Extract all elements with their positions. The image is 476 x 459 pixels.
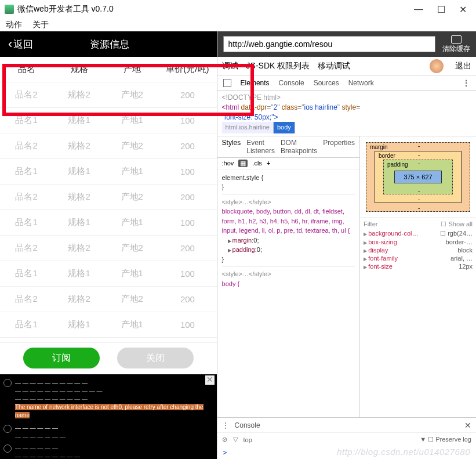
filter-icon[interactable]: ▽ xyxy=(233,436,238,443)
close-button[interactable]: ✕ xyxy=(459,4,467,15)
tab-sources[interactable]: Sources xyxy=(314,79,339,87)
maximize-button[interactable]: ☐ xyxy=(437,4,445,15)
tab-listeners[interactable]: Event Listeners xyxy=(246,139,275,155)
app-icon xyxy=(5,5,14,14)
tab-console[interactable]: Console xyxy=(279,79,304,87)
doctype-line: <!DOCTYPE html> xyxy=(222,93,471,103)
console-tab[interactable]: Console xyxy=(235,421,260,429)
tab-debug[interactable]: 调试 xyxy=(222,61,238,71)
url-input[interactable] xyxy=(223,36,435,52)
tab-mobile[interactable]: 移动调试 xyxy=(318,61,350,71)
console-toolbar: ⊘ ▽ top ▼ ☐ Preserve log xyxy=(217,432,476,446)
minimize-button[interactable]: — xyxy=(414,4,423,15)
close-button-sim[interactable]: 关闭 xyxy=(117,348,194,368)
crumb-html[interactable]: html.ios.hairline xyxy=(222,122,274,133)
tab-jssdk[interactable]: JS-SDK 权限列表 xyxy=(246,61,310,71)
computed-row[interactable]: font-familyarial, … xyxy=(364,254,473,262)
cls-toggle[interactable]: .cls xyxy=(252,160,262,167)
subscribe-button[interactable]: 订阅 xyxy=(23,348,100,368)
table-row[interactable]: 品名2规格2产地2200 xyxy=(0,133,217,159)
html-line3: "font-size: 50px;"> xyxy=(222,113,471,122)
button-row: 订阅 关闭 xyxy=(0,342,217,373)
computed-row[interactable]: font-size12px xyxy=(364,262,473,270)
window-title: 微信web开发者工具 v0.7.0 xyxy=(17,4,114,15)
style-tabs: Styles Event Listeners DOM Breakpoints P… xyxy=(217,136,359,158)
console-warning: The name of network interface is not eth… xyxy=(15,404,204,418)
table-row[interactable]: 品名1规格1产地1100 xyxy=(0,261,217,287)
table-row[interactable]: 品名1规格1产地1100 xyxy=(0,159,217,185)
table-row[interactable]: 品名2规格2产地2200 xyxy=(0,236,217,261)
top-tabs: 调试 JS-SDK 权限列表 移动调试 退出 xyxy=(217,57,476,75)
console-close-icon[interactable]: ✕ xyxy=(205,375,215,385)
hov-toggle[interactable]: :hov xyxy=(222,160,234,167)
computed-row[interactable]: displayblock xyxy=(364,246,473,254)
col-origin: 产地 xyxy=(106,64,158,75)
more-icon[interactable]: ⋮ xyxy=(463,79,470,87)
style-rules[interactable]: element.style { } <style>…</style> block… xyxy=(217,169,359,417)
menu-action[interactable]: 动作 xyxy=(6,20,22,30)
tab-logout[interactable]: 退出 xyxy=(455,61,471,71)
simulator-panel: ‹ 返回 资源信息 品名 规格 产地 单价(元/吨) 品名2规格2产地2200品… xyxy=(0,31,217,459)
console-drawer-tab: ⋮ Console ✕ xyxy=(217,417,476,432)
col-name: 品名 xyxy=(0,64,53,75)
table-row[interactable]: 品名2规格2产地2200 xyxy=(0,82,217,108)
table-row[interactable]: 品名1规格1产地1100 xyxy=(0,108,217,133)
sim-console: ✕ — — — — — — — — — — — — — — — — — — — … xyxy=(0,374,217,459)
styles-pane: Styles Event Listeners DOM Breakpoints P… xyxy=(217,136,360,417)
context-top[interactable]: top xyxy=(244,436,252,443)
computed-row[interactable]: background-col…☐ rgb(24… xyxy=(364,229,473,238)
page-title: 资源信息 xyxy=(11,38,208,51)
table-header: 品名 规格 产地 单价(元/吨) xyxy=(0,57,217,82)
showall-checkbox[interactable]: Show all xyxy=(448,221,473,227)
tab-network[interactable]: Network xyxy=(348,79,374,87)
tab-props[interactable]: Properties xyxy=(323,139,355,155)
clear-cache-button[interactable]: 清除缓存 xyxy=(442,35,470,53)
devtools-panel: 清除缓存 调试 JS-SDK 权限列表 移动调试 退出 Elements Con… xyxy=(217,31,476,459)
html-source[interactable]: <!DOCTYPE html> <html data-dpr="2" class… xyxy=(217,91,476,136)
menu-about[interactable]: 关于 xyxy=(32,20,49,30)
crumb-body[interactable]: body xyxy=(274,122,295,133)
table-row[interactable]: 品名1规格1产地1100 xyxy=(0,210,217,236)
watermark: http://blog.csdn.net/u014027680 xyxy=(337,447,470,457)
drawer-menu-icon[interactable]: ⋮ xyxy=(222,421,229,429)
computed-row[interactable]: box-sizingborder-… xyxy=(364,238,473,246)
filter-label[interactable]: Filter xyxy=(364,221,377,227)
window-titlebar: 微信web开发者工具 v0.7.0 — ☐ ✕ xyxy=(0,0,476,19)
computed-list: Filter☐ Show all background-col…☐ rgb(24… xyxy=(360,218,476,272)
breadcrumb: html.ios.hairline body xyxy=(222,122,471,133)
preserve-log-checkbox[interactable]: Preserve log xyxy=(435,436,471,443)
avatar[interactable] xyxy=(430,59,444,73)
table-row[interactable]: 品名2规格2产地2200 xyxy=(0,185,217,210)
tab-elements[interactable]: Elements xyxy=(241,79,270,87)
box-model: margin- border- padding- 375 × 627 - - - xyxy=(360,136,476,218)
swatch-icon[interactable]: ▦ xyxy=(238,160,248,167)
clear-cache-label: 清除缓存 xyxy=(442,45,470,53)
computed-pane: margin- border- padding- 375 × 627 - - -… xyxy=(360,136,476,417)
table-row[interactable]: 品名2规格2产地2200 xyxy=(0,287,217,312)
sim-header: ‹ 返回 资源信息 xyxy=(0,31,217,57)
cache-icon xyxy=(451,35,462,44)
tab-dom-bp[interactable]: DOM Breakpoints xyxy=(281,139,317,155)
style-filter-row: :hov ▦ .cls + xyxy=(217,158,359,169)
menubar: 动作 关于 xyxy=(0,19,476,31)
tab-styles[interactable]: Styles xyxy=(222,139,241,155)
drawer-close-icon[interactable]: ✕ xyxy=(464,421,471,430)
col-price: 单价(元/吨) xyxy=(158,64,216,75)
clear-console-icon[interactable]: ⊘ xyxy=(222,436,227,443)
col-spec: 规格 xyxy=(53,64,106,75)
add-rule-icon[interactable]: + xyxy=(267,160,270,167)
url-bar: 清除缓存 xyxy=(217,31,476,57)
devtools-tabs: Elements Console Sources Network ⋮ xyxy=(217,75,476,91)
inspect-icon[interactable] xyxy=(223,79,231,87)
box-content: 375 × 627 xyxy=(394,171,442,183)
table-row[interactable]: 品名1规格1产地1100 xyxy=(0,312,217,338)
